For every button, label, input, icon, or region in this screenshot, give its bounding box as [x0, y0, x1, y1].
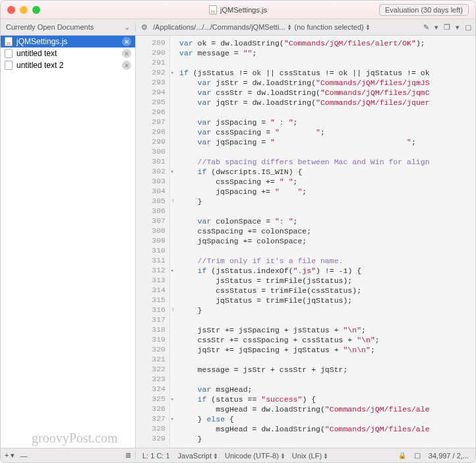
editor[interactable]: 289290291292▾293294295296297298299300301…: [136, 36, 475, 448]
fold-down-icon[interactable]: ▾: [171, 416, 174, 423]
code-line[interactable]: [179, 147, 475, 157]
line-number[interactable]: 304: [136, 187, 169, 197]
saved-icon[interactable]: ▢: [414, 451, 421, 460]
line-number[interactable]: 317: [136, 315, 169, 325]
gear-icon[interactable]: ⚙: [140, 22, 149, 32]
pencil-icon[interactable]: ✎: [423, 23, 429, 32]
line-number[interactable]: 289: [136, 38, 169, 48]
code-line[interactable]: jqStr += jqSpacing + jqStatus + "\n\n";: [179, 345, 475, 355]
line-number[interactable]: 322: [136, 365, 169, 375]
line-number[interactable]: 323: [136, 375, 169, 385]
path-dropdown[interactable]: /Applications/.../.../Commands/jQMSetti.…: [153, 23, 291, 31]
cursor-position[interactable]: L: 1 C: 1: [142, 452, 170, 460]
code-line[interactable]: var jqStr = dw.loadString("Commands/jQM/…: [179, 98, 475, 108]
line-endings-dropdown[interactable]: Unix (LF)▴▾: [292, 452, 327, 460]
code-line[interactable]: [179, 355, 475, 365]
line-number[interactable]: 291: [136, 58, 169, 68]
line-number[interactable]: 324: [136, 385, 169, 394]
line-number[interactable]: 318: [136, 325, 169, 335]
close-icon[interactable]: ✕: [122, 61, 131, 70]
code-line[interactable]: [179, 206, 475, 216]
code-line[interactable]: jqSpacing += " ";: [179, 187, 475, 197]
fold-down-icon[interactable]: ▾: [171, 267, 174, 274]
code-line[interactable]: [179, 246, 475, 256]
language-dropdown[interactable]: JavaScript▴▾: [178, 452, 217, 460]
evaluation-badge[interactable]: Evaluation (30 days left): [379, 4, 469, 16]
line-number[interactable]: 312▾: [136, 266, 169, 276]
line-number[interactable]: 294: [136, 88, 169, 98]
code-line[interactable]: var msgHead;: [179, 385, 475, 394]
new-document-icon[interactable]: ▢: [465, 23, 471, 32]
code-line[interactable]: jqSpacing += colonSpace;: [179, 236, 475, 246]
code-line[interactable]: cssStr += cssSpacing + cssStatus + "\n";: [179, 335, 475, 345]
code-line[interactable]: } else {: [179, 414, 475, 424]
code-line[interactable]: [179, 58, 475, 68]
list-icon[interactable]: ≣: [125, 451, 131, 460]
line-number[interactable]: 299: [136, 137, 169, 147]
code-line[interactable]: var cssStr = dw.loadString("Commands/jQM…: [179, 88, 475, 98]
fold-down-icon[interactable]: ▾: [171, 396, 174, 403]
line-number[interactable]: 309: [136, 236, 169, 246]
code-line[interactable]: if (status == "success") {: [179, 394, 475, 404]
line-number[interactable]: 328: [136, 424, 169, 434]
fold-up-icon[interactable]: ⌐: [169, 308, 175, 311]
remove-button[interactable]: —: [20, 452, 27, 460]
minimize-window-button[interactable]: [20, 6, 28, 14]
code-line[interactable]: var cssSpacing = " ";: [179, 127, 475, 137]
sidebar-header-dropdown[interactable]: Currently Open Documents ⌄: [1, 23, 136, 32]
code-line[interactable]: //Tab spacing differs between Mac and Wi…: [179, 157, 475, 167]
code-line[interactable]: }: [179, 434, 475, 444]
line-number[interactable]: 292▾: [136, 68, 169, 78]
line-number[interactable]: 293: [136, 78, 169, 88]
fold-up-icon[interactable]: ⌐: [169, 199, 175, 202]
code-line[interactable]: var jsStr = dw.loadString("Commands/jQM/…: [179, 78, 475, 88]
close-window-button[interactable]: [7, 6, 15, 14]
line-number[interactable]: 303: [136, 177, 169, 187]
code-line[interactable]: [179, 315, 475, 325]
line-number[interactable]: 310: [136, 246, 169, 256]
line-number[interactable]: 326: [136, 404, 169, 414]
fold-down-icon[interactable]: ▾: [171, 168, 174, 175]
line-number[interactable]: 313: [136, 276, 169, 286]
line-number[interactable]: 320: [136, 345, 169, 355]
code-content[interactable]: var ok = dw.loadString("Commands/jQM/fil…: [170, 36, 475, 448]
code-line[interactable]: var jsSpacing = " : ";: [179, 117, 475, 127]
code-line[interactable]: //Trim only if it's a file name.: [179, 256, 475, 266]
code-line[interactable]: }: [179, 197, 475, 206]
line-number[interactable]: 290: [136, 48, 169, 58]
close-icon[interactable]: ✕: [122, 49, 131, 58]
code-line[interactable]: jsStr += jsSpacing + jsStatus + "\n";: [179, 325, 475, 335]
line-number[interactable]: 308: [136, 226, 169, 236]
code-line[interactable]: cssSpacing += " ";: [179, 177, 475, 187]
encoding-dropdown[interactable]: Unicode (UTF-8)▴▾: [225, 452, 284, 460]
stack-icon[interactable]: ❐: [444, 23, 450, 32]
code-line[interactable]: [179, 108, 475, 117]
code-line[interactable]: if (dwscripts.IS_WIN) {: [179, 167, 475, 177]
line-number[interactable]: 325▾: [136, 394, 169, 404]
line-number-gutter[interactable]: 289290291292▾293294295296297298299300301…: [136, 36, 170, 448]
code-line[interactable]: jsStatus = trimFile(jsStatus);: [179, 276, 475, 286]
function-selector-dropdown[interactable]: (no function selected) ▴▾: [295, 23, 369, 31]
line-number[interactable]: 311: [136, 256, 169, 266]
code-line[interactable]: var colonSpace = ": ";: [179, 216, 475, 226]
maximize-window-button[interactable]: [32, 6, 40, 14]
line-number[interactable]: 306: [136, 206, 169, 216]
code-line[interactable]: if (jsStatus.indexOf(".js") != -1) {: [179, 266, 475, 276]
sidebar-item[interactable]: untitled text 2✕: [1, 59, 135, 71]
code-line[interactable]: message = jsStr + cssStr + jqStr;: [179, 365, 475, 375]
code-line[interactable]: msgHead = dw.loadString("Commands/jQM/fi…: [179, 424, 475, 434]
code-line[interactable]: var jqSpacing = " ";: [179, 137, 475, 147]
line-number[interactable]: 300: [136, 147, 169, 157]
sidebar-item[interactable]: untitled text✕: [1, 47, 135, 59]
code-line[interactable]: jqStatus = trimFile(jqStatus);: [179, 295, 475, 305]
sidebar-item[interactable]: jQMSettings.js✕: [1, 36, 135, 47]
add-button[interactable]: + ▾: [5, 451, 15, 460]
code-line[interactable]: if (jsStatus != ok || cssStatus != ok ||…: [179, 68, 475, 78]
code-line[interactable]: var ok = dw.loadString("Commands/jQM/fil…: [179, 38, 475, 48]
line-number[interactable]: 297: [136, 117, 169, 127]
line-number[interactable]: 316⌐: [136, 305, 169, 315]
line-number[interactable]: 296: [136, 108, 169, 117]
fold-down-icon[interactable]: ▾: [171, 69, 174, 77]
line-number[interactable]: 319: [136, 335, 169, 345]
line-number[interactable]: 302▾: [136, 167, 169, 177]
